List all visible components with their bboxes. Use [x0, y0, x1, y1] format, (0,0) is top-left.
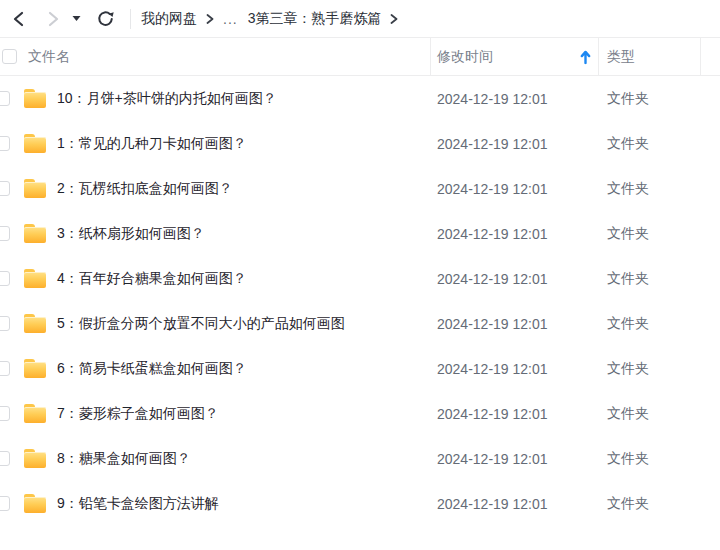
file-type: 文件夹: [607, 270, 649, 288]
select-all-checkbox[interactable]: [2, 49, 17, 64]
file-type: 文件夹: [607, 405, 649, 423]
breadcrumb: 我的网盘 ... 3第三章：熟手磨炼篇: [141, 10, 407, 28]
table-row[interactable]: 9：铅笔卡盒绘图方法讲解 2024-12-19 12:01 文件夹: [0, 481, 720, 526]
table-row[interactable]: 3：纸杯扇形如何画图？ 2024-12-19 12:01 文件夹: [0, 211, 720, 256]
modified-time: 2024-12-19 12:01: [437, 136, 548, 152]
file-type: 文件夹: [607, 225, 649, 243]
modified-time: 2024-12-19 12:01: [437, 496, 548, 512]
row-checkbox[interactable]: [0, 181, 10, 196]
file-name[interactable]: 8：糖果盒如何画图？: [57, 450, 191, 468]
chevron-left-icon: [11, 10, 27, 28]
refresh-icon: [96, 9, 115, 28]
folder-icon: [24, 494, 46, 513]
breadcrumb-separator-icon: [390, 14, 398, 24]
navigation-bar: 我的网盘 ... 3第三章：熟手磨炼篇: [0, 0, 720, 38]
caret-down-icon: [72, 15, 81, 22]
row-checkbox[interactable]: [0, 316, 10, 331]
chevron-right-icon: [45, 10, 61, 28]
history-dropdown-button[interactable]: [68, 6, 84, 32]
modified-time: 2024-12-19 12:01: [437, 226, 548, 242]
column-header-type[interactable]: 类型: [607, 48, 635, 66]
refresh-button[interactable]: [92, 6, 118, 32]
folder-icon: [24, 179, 46, 198]
table-row[interactable]: 8：糖果盒如何画图？ 2024-12-19 12:01 文件夹: [0, 436, 720, 481]
file-name[interactable]: 6：简易卡纸蛋糕盒如何画图？: [57, 360, 247, 378]
file-list: 10：月饼+茶叶饼的内托如何画图？ 2024-12-19 12:01 文件夹 1…: [0, 76, 720, 526]
file-name[interactable]: 1：常见的几种刀卡如何画图？: [57, 135, 247, 153]
modified-time: 2024-12-19 12:01: [437, 361, 548, 377]
column-header-filename[interactable]: 文件名: [28, 48, 70, 66]
toolbar-divider: [130, 9, 131, 29]
column-divider: [700, 38, 701, 75]
sort-ascending-icon[interactable]: [580, 49, 591, 64]
breadcrumb-separator-icon: [206, 14, 214, 24]
file-name[interactable]: 2：瓦楞纸扣底盒如何画图？: [57, 180, 233, 198]
row-checkbox[interactable]: [0, 91, 10, 106]
row-checkbox[interactable]: [0, 451, 10, 466]
modified-time: 2024-12-19 12:01: [437, 181, 548, 197]
file-type: 文件夹: [607, 360, 649, 378]
file-name[interactable]: 9：铅笔卡盒绘图方法讲解: [57, 495, 219, 513]
breadcrumb-item-current[interactable]: 3第三章：熟手磨炼篇: [248, 10, 382, 28]
row-checkbox[interactable]: [0, 406, 10, 421]
column-header-modified[interactable]: 修改时间: [437, 48, 493, 66]
folder-icon: [24, 134, 46, 153]
folder-icon: [24, 449, 46, 468]
file-list-header: 文件名 修改时间 类型: [0, 38, 720, 76]
folder-icon: [24, 359, 46, 378]
file-type: 文件夹: [607, 90, 649, 108]
folder-icon: [24, 404, 46, 423]
row-checkbox[interactable]: [0, 271, 10, 286]
table-row[interactable]: 4：百年好合糖果盒如何画图？ 2024-12-19 12:01 文件夹: [0, 256, 720, 301]
modified-time: 2024-12-19 12:01: [437, 406, 548, 422]
row-checkbox[interactable]: [0, 361, 10, 376]
file-name[interactable]: 3：纸杯扇形如何画图？: [57, 225, 205, 243]
file-name[interactable]: 4：百年好合糖果盒如何画图？: [57, 270, 247, 288]
column-divider: [430, 38, 431, 75]
file-type: 文件夹: [607, 135, 649, 153]
table-row[interactable]: 6：简易卡纸蛋糕盒如何画图？ 2024-12-19 12:01 文件夹: [0, 346, 720, 391]
table-row[interactable]: 7：菱形粽子盒如何画图？ 2024-12-19 12:01 文件夹: [0, 391, 720, 436]
column-divider: [598, 38, 599, 75]
modified-time: 2024-12-19 12:01: [437, 91, 548, 107]
forward-button[interactable]: [40, 6, 66, 32]
table-row[interactable]: 10：月饼+茶叶饼的内托如何画图？ 2024-12-19 12:01 文件夹: [0, 76, 720, 121]
file-name[interactable]: 5：假折盒分两个放置不同大小的产品如何画图: [57, 315, 345, 333]
row-checkbox[interactable]: [0, 496, 10, 511]
modified-time: 2024-12-19 12:01: [437, 271, 548, 287]
back-button[interactable]: [6, 6, 32, 32]
modified-time: 2024-12-19 12:01: [437, 451, 548, 467]
folder-icon: [24, 314, 46, 333]
breadcrumb-item-root[interactable]: 我的网盘: [141, 10, 197, 28]
modified-time: 2024-12-19 12:01: [437, 316, 548, 332]
row-checkbox[interactable]: [0, 136, 10, 151]
folder-icon: [24, 89, 46, 108]
breadcrumb-ellipsis[interactable]: ...: [223, 11, 238, 27]
row-checkbox[interactable]: [0, 226, 10, 241]
file-name[interactable]: 10：月饼+茶叶饼的内托如何画图？: [57, 90, 277, 108]
file-type: 文件夹: [607, 180, 649, 198]
table-row[interactable]: 1：常见的几种刀卡如何画图？ 2024-12-19 12:01 文件夹: [0, 121, 720, 166]
file-type: 文件夹: [607, 315, 649, 333]
file-type: 文件夹: [607, 495, 649, 513]
table-row[interactable]: 2：瓦楞纸扣底盒如何画图？ 2024-12-19 12:01 文件夹: [0, 166, 720, 211]
folder-icon: [24, 269, 46, 288]
file-type: 文件夹: [607, 450, 649, 468]
file-name[interactable]: 7：菱形粽子盒如何画图？: [57, 405, 219, 423]
folder-icon: [24, 224, 46, 243]
table-row[interactable]: 5：假折盒分两个放置不同大小的产品如何画图 2024-12-19 12:01 文…: [0, 301, 720, 346]
